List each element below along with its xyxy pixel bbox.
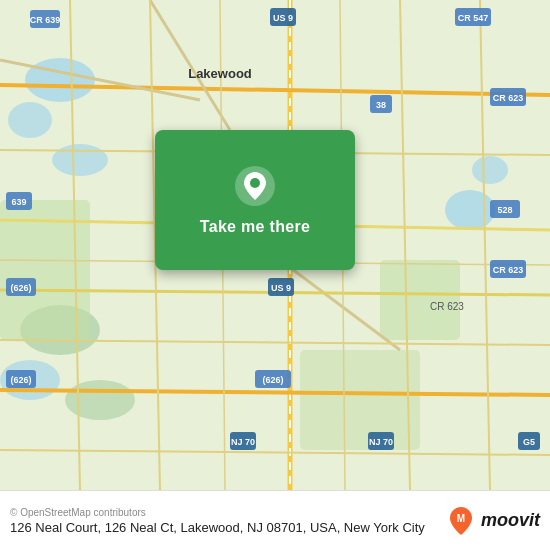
- svg-text:Lakewood: Lakewood: [188, 66, 252, 81]
- map-view: CR 639 US 9 CR 547 639 (626) 38 528 CR 6…: [0, 0, 550, 490]
- svg-text:NJ 70: NJ 70: [369, 437, 393, 447]
- svg-text:(626): (626): [10, 375, 31, 385]
- take-me-there-button[interactable]: Take me there: [200, 218, 310, 236]
- svg-point-4: [445, 190, 495, 230]
- location-pin-icon: [233, 164, 277, 208]
- svg-text:CR 547: CR 547: [458, 13, 489, 23]
- svg-text:38: 38: [376, 100, 386, 110]
- svg-point-2: [8, 102, 52, 138]
- svg-text:CR 639: CR 639: [30, 15, 61, 25]
- svg-point-64: [250, 178, 260, 188]
- moovit-brand-label: moovit: [481, 510, 540, 531]
- svg-text:G5: G5: [523, 437, 535, 447]
- svg-text:639: 639: [11, 197, 26, 207]
- svg-rect-11: [300, 350, 420, 450]
- svg-text:CR 623: CR 623: [430, 301, 464, 312]
- moovit-logo[interactable]: M moovit: [445, 505, 540, 537]
- svg-point-1: [25, 58, 95, 102]
- bottom-left-info: © OpenStreetMap contributors 126 Neal Co…: [10, 507, 425, 535]
- moovit-icon: M: [445, 505, 477, 537]
- svg-text:CR 623: CR 623: [493, 93, 524, 103]
- svg-text:US 9: US 9: [271, 283, 291, 293]
- svg-rect-10: [380, 260, 460, 340]
- svg-text:(626): (626): [10, 283, 31, 293]
- location-card: Take me there: [155, 130, 355, 270]
- svg-text:US 9: US 9: [273, 13, 293, 23]
- address-label: 126 Neal Court, 126 Neal Ct, Lakewood, N…: [10, 520, 425, 535]
- svg-point-8: [65, 380, 135, 420]
- svg-point-5: [472, 156, 508, 184]
- svg-text:(626): (626): [262, 375, 283, 385]
- svg-text:528: 528: [497, 205, 512, 215]
- svg-text:M: M: [457, 513, 465, 524]
- bottom-bar: © OpenStreetMap contributors 126 Neal Co…: [0, 490, 550, 550]
- svg-point-3: [52, 144, 108, 176]
- attribution-text: © OpenStreetMap contributors: [10, 507, 425, 518]
- svg-text:CR 623: CR 623: [493, 265, 524, 275]
- svg-text:NJ 70: NJ 70: [231, 437, 255, 447]
